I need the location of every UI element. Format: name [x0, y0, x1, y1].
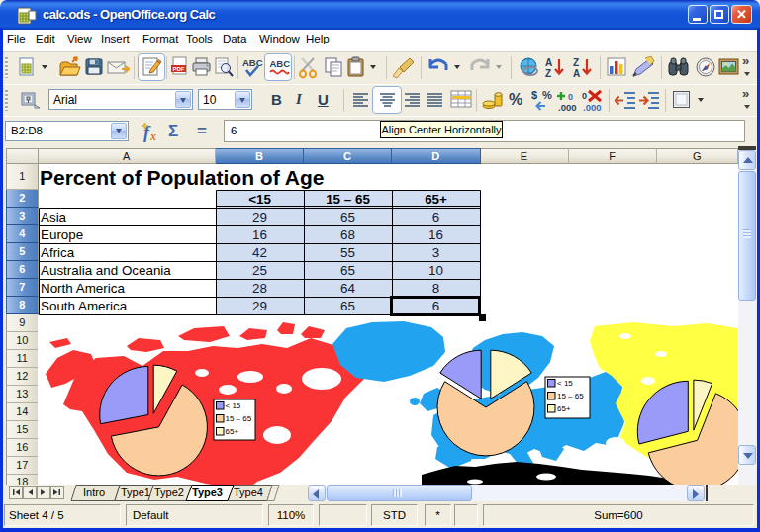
- svg-text:A: A: [573, 68, 580, 79]
- svg-text:PDF: PDF: [173, 66, 185, 72]
- svg-text:0: 0: [568, 92, 573, 102]
- svg-text:Z: Z: [573, 57, 579, 68]
- svg-text:.000: .000: [583, 102, 602, 113]
- svg-text:%: %: [542, 89, 552, 101]
- svg-text:15 – 65: 15 – 65: [226, 414, 252, 423]
- svg-text:x: x: [149, 130, 156, 142]
- svg-text:ABC: ABC: [242, 57, 263, 68]
- svg-text:Z: Z: [545, 68, 551, 79]
- svg-text:0: 0: [582, 91, 587, 101]
- svg-text:< 15: < 15: [226, 401, 241, 410]
- svg-text:.000: .000: [558, 102, 577, 113]
- svg-text:65+: 65+: [226, 427, 239, 436]
- svg-text:ABC: ABC: [270, 58, 291, 69]
- svg-text:$: $: [531, 89, 537, 101]
- svg-text:15 – 65: 15 – 65: [557, 392, 584, 400]
- svg-text:A: A: [545, 57, 552, 68]
- svg-text:65+: 65+: [557, 404, 571, 413]
- svg-text:< 15: < 15: [557, 379, 573, 388]
